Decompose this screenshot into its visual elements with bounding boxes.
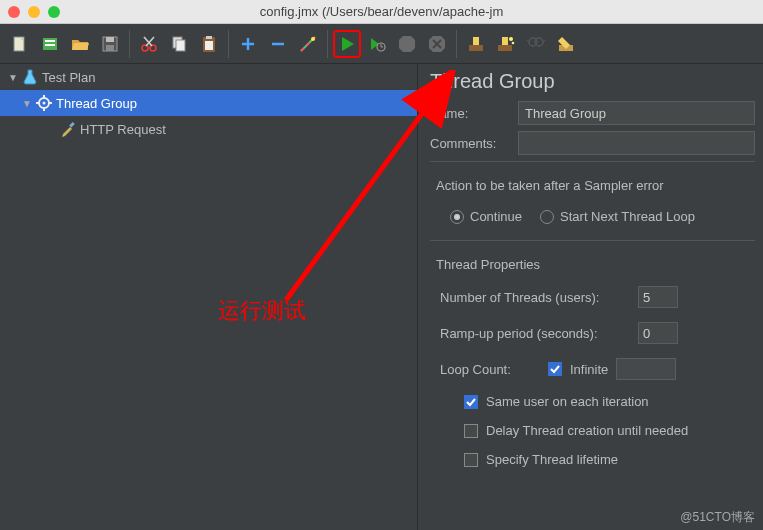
svg-rect-33	[473, 37, 479, 45]
open-button[interactable]	[66, 30, 94, 58]
svg-point-44	[43, 102, 46, 105]
copy-button[interactable]	[165, 30, 193, 58]
tree-label: HTTP Request	[80, 122, 166, 137]
chevron-down-icon[interactable]: ▼	[8, 72, 18, 83]
svg-rect-32	[469, 45, 483, 51]
svg-rect-13	[176, 40, 185, 51]
specify-lifetime-label: Specify Thread lifetime	[486, 452, 618, 467]
loop-count-field[interactable]	[616, 358, 676, 380]
rampup-label: Ramp-up period (seconds):	[440, 326, 630, 341]
gear-icon	[36, 95, 52, 111]
annotation-text: 运行测试	[218, 296, 306, 326]
name-label: Name:	[430, 106, 510, 121]
paste-button[interactable]	[195, 30, 223, 58]
svg-marker-23	[342, 37, 354, 51]
rampup-field[interactable]	[638, 322, 678, 344]
radio-start-next-loop[interactable]: Start Next Thread Loop	[540, 209, 695, 224]
search-button[interactable]	[522, 30, 550, 58]
same-user-label: Same user on each iteration	[486, 394, 649, 409]
loop-count-label: Loop Count:	[440, 362, 540, 377]
panel-heading: Thread Group	[430, 70, 755, 93]
new-button[interactable]	[6, 30, 34, 58]
window-controls	[8, 6, 60, 18]
comments-field[interactable]	[518, 131, 755, 155]
specify-lifetime-checkbox[interactable]	[464, 453, 478, 467]
pipette-icon	[60, 121, 76, 137]
infinite-checkbox[interactable]	[548, 362, 562, 376]
svg-rect-3	[45, 40, 55, 42]
reset-search-button[interactable]	[552, 30, 580, 58]
editor-panel: Thread Group Name: Comments: Action to b…	[418, 64, 763, 530]
tree-label: Thread Group	[56, 96, 137, 111]
svg-rect-35	[502, 37, 508, 45]
save-button[interactable]	[96, 30, 124, 58]
add-button[interactable]	[234, 30, 262, 58]
clear-button[interactable]	[462, 30, 490, 58]
shutdown-button[interactable]	[423, 30, 451, 58]
toggle-button[interactable]	[294, 30, 322, 58]
watermark: @51CTO博客	[680, 509, 755, 526]
svg-rect-4	[45, 44, 55, 46]
flask-icon	[22, 69, 38, 85]
cut-button[interactable]	[135, 30, 163, 58]
delay-creation-label: Delay Thread creation until needed	[486, 423, 688, 438]
delay-creation-checkbox[interactable]	[464, 424, 478, 438]
tree-item-http-request[interactable]: HTTP Request	[0, 116, 417, 142]
clear-all-button[interactable]	[492, 30, 520, 58]
tree-item-thread-group[interactable]: ▼ Thread Group	[0, 90, 417, 116]
svg-rect-6	[106, 37, 114, 42]
run-no-timers-button[interactable]	[363, 30, 391, 58]
comments-label: Comments:	[430, 136, 510, 151]
svg-marker-28	[399, 36, 415, 52]
zoom-window-button[interactable]	[48, 6, 60, 18]
window-titlebar: config.jmx (/Users/bear/devenv/apache-jm	[0, 0, 763, 24]
svg-point-37	[512, 41, 515, 44]
run-button[interactable]	[333, 30, 361, 58]
svg-point-36	[509, 37, 513, 41]
svg-rect-7	[106, 45, 114, 51]
infinite-label: Infinite	[570, 362, 608, 377]
window-title: config.jmx (/Users/bear/devenv/apache-jm	[260, 4, 504, 19]
tree-label: Test Plan	[42, 70, 95, 85]
same-user-checkbox[interactable]	[464, 395, 478, 409]
thread-properties-label: Thread Properties	[436, 257, 755, 272]
svg-rect-15	[206, 36, 212, 39]
templates-button[interactable]	[36, 30, 64, 58]
svg-rect-16	[205, 41, 213, 50]
close-window-button[interactable]	[8, 6, 20, 18]
name-field[interactable]	[518, 101, 755, 125]
svg-rect-49	[69, 122, 75, 128]
chevron-down-icon[interactable]: ▼	[22, 98, 32, 109]
tree-panel: ▼ Test Plan ▼ Thread Group HTTP Request	[0, 64, 418, 530]
minimize-window-button[interactable]	[28, 6, 40, 18]
svg-point-22	[311, 37, 315, 41]
radio-continue[interactable]: Continue	[450, 209, 522, 224]
svg-point-39	[535, 38, 543, 46]
main-toolbar	[0, 24, 763, 64]
stop-button[interactable]	[393, 30, 421, 58]
num-threads-label: Number of Threads (users):	[440, 290, 630, 305]
svg-rect-34	[498, 45, 512, 51]
num-threads-field[interactable]	[638, 286, 678, 308]
tree-item-test-plan[interactable]: ▼ Test Plan	[0, 64, 417, 90]
action-section-label: Action to be taken after a Sampler error	[436, 178, 755, 193]
remove-button[interactable]	[264, 30, 292, 58]
